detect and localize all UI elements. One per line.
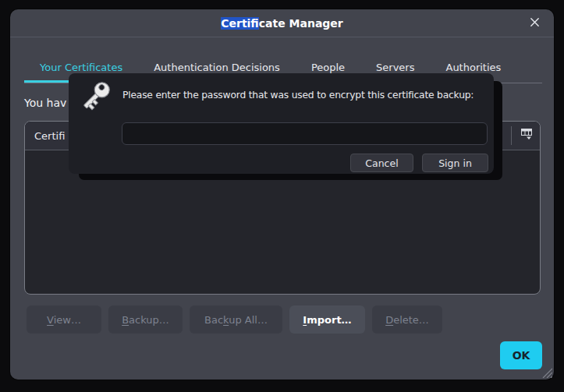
titlebar[interactable]: Certificate Manager	[10, 9, 554, 37]
sign-in-button[interactable]: Sign in	[422, 154, 488, 172]
certificate-manager-window: Certificate Manager Your Certificates Au…	[10, 9, 554, 380]
column-header-certificate-name: Certifi	[34, 130, 65, 142]
title-rest-text: cate Manager	[259, 17, 343, 30]
delete-button: Delete…	[372, 305, 442, 334]
tab-label: Authorities	[445, 62, 501, 73]
key-icon	[78, 76, 115, 114]
close-icon	[529, 16, 541, 31]
tab-label: Your Certificates	[40, 62, 122, 73]
view-button: View…	[27, 305, 101, 334]
close-button[interactable]	[527, 16, 541, 30]
password-dialog: Please enter the password that was used …	[69, 73, 494, 174]
tab-label: People	[311, 62, 345, 73]
header-separator	[511, 126, 512, 145]
cancel-button[interactable]: Cancel	[350, 154, 413, 172]
column-picker-icon	[520, 128, 533, 143]
password-input[interactable]	[122, 122, 488, 145]
ok-button[interactable]: OK	[500, 341, 542, 369]
tab-label: Servers	[376, 62, 414, 73]
window-title: Certificate Manager	[221, 17, 343, 30]
column-picker-button[interactable]	[520, 129, 534, 143]
password-prompt-text: Please enter the password that was used …	[122, 90, 474, 101]
import-button[interactable]: Import…	[289, 305, 365, 334]
backup-all-button: Backup All…	[190, 305, 282, 334]
intro-text: You hav	[24, 97, 66, 109]
backup-button: Backup…	[108, 305, 183, 334]
action-button-row: View… Backup… Backup All… Import… Delete…	[27, 305, 442, 334]
resize-grip-icon[interactable]	[540, 366, 552, 378]
tab-label: Authentication Decisions	[154, 62, 280, 73]
title-selected-text: Certifi	[221, 17, 259, 30]
